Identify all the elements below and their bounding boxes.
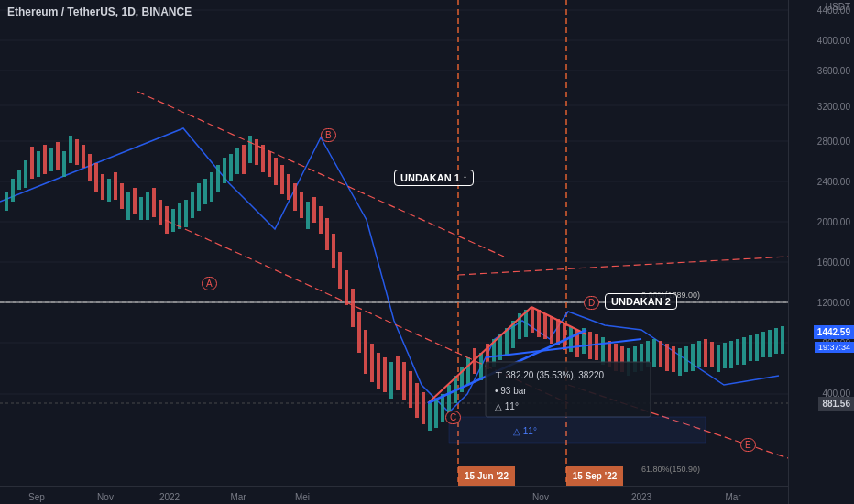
svg-rect-59	[280, 165, 284, 194]
price-axis: 4400.00 4000.00 3600.00 3200.00 2800.00 …	[788, 0, 854, 504]
svg-rect-40	[159, 200, 162, 225]
price-label-1200: 1200.00	[817, 298, 850, 308]
time-label-nov2: Nov	[532, 492, 549, 502]
wave-label-E: E	[740, 438, 756, 452]
svg-rect-130	[736, 339, 739, 365]
svg-rect-22	[43, 145, 47, 174]
svg-rect-53	[242, 145, 246, 174]
svg-rect-100	[543, 313, 547, 339]
svg-rect-136	[774, 328, 778, 354]
undakan-1-label: UNDAKAN 1 ↑	[394, 170, 474, 186]
svg-rect-109	[601, 337, 605, 365]
svg-rect-69	[345, 270, 348, 305]
svg-rect-33	[114, 172, 117, 200]
svg-rect-48	[210, 172, 214, 202]
svg-rect-54	[248, 136, 252, 163]
svg-rect-46	[197, 183, 201, 211]
svg-rect-135	[768, 330, 772, 357]
svg-rect-150	[449, 417, 706, 443]
svg-rect-119	[665, 344, 669, 371]
svg-rect-64	[312, 197, 316, 223]
currency-label: USDT	[826, 2, 850, 12]
svg-rect-39	[152, 188, 156, 217]
svg-rect-90	[479, 353, 483, 380]
chart-container: Ethereum / TetherUS, 1D, BINANCE	[0, 0, 854, 504]
svg-rect-43	[178, 203, 181, 229]
svg-rect-37	[139, 197, 143, 220]
svg-rect-103	[563, 323, 566, 350]
price-label-2800: 2800.00	[817, 137, 850, 147]
svg-rect-62	[300, 192, 303, 218]
svg-line-140	[458, 257, 788, 275]
svg-rect-123	[691, 344, 695, 371]
svg-rect-35	[126, 192, 130, 220]
svg-rect-70	[351, 289, 355, 327]
svg-rect-49	[216, 165, 220, 192]
svg-rect-60	[287, 174, 290, 200]
svg-rect-31	[101, 174, 104, 200]
svg-rect-102	[556, 319, 560, 345]
svg-rect-98	[531, 307, 534, 333]
svg-rect-128	[723, 343, 727, 368]
svg-rect-72	[364, 330, 367, 374]
svg-rect-77	[396, 356, 400, 390]
svg-rect-71	[357, 312, 361, 353]
svg-rect-32	[107, 179, 111, 202]
svg-rect-16	[5, 192, 8, 211]
svg-rect-55	[255, 139, 258, 165]
svg-rect-99	[537, 310, 541, 337]
chart-svg: ⊤ 382.20 (35.53%), 38220 • 93 bar △ 11° …	[0, 0, 788, 504]
svg-rect-38	[146, 192, 149, 220]
svg-rect-73	[370, 344, 374, 382]
svg-rect-17	[11, 179, 15, 202]
svg-rect-65	[319, 206, 323, 234]
date-highlight-jun: 15 Jun '22	[458, 466, 515, 486]
svg-text:61.80%(150.90): 61.80%(150.90)	[641, 465, 700, 474]
svg-rect-125	[704, 339, 707, 367]
svg-rect-129	[729, 341, 733, 368]
time-axis: Sep Nov 2022 Mar Mei Nov 2023 Mar	[0, 486, 788, 504]
time-label-sep: Sep	[28, 492, 45, 502]
price-label-4000: 4000.00	[817, 36, 850, 46]
svg-rect-52	[235, 148, 239, 174]
chart-title: Ethereum / TetherUS, 1D, BINANCE	[7, 5, 192, 18]
price-label-3600: 3600.00	[817, 66, 850, 76]
svg-rect-36	[133, 188, 137, 214]
svg-rect-88	[466, 357, 470, 385]
wave-label-A: A	[202, 277, 217, 290]
svg-rect-68	[338, 252, 342, 289]
time-label-2022: 2022	[159, 492, 180, 502]
time-label-nov: Nov	[97, 492, 114, 502]
svg-rect-83	[434, 399, 438, 428]
eth-time-badge: 19:37:34	[815, 342, 854, 353]
svg-rect-134	[761, 332, 765, 357]
svg-rect-81	[422, 392, 425, 424]
svg-rect-23	[49, 148, 53, 171]
svg-text:⊤ 382.20 (35.53%), 38220: ⊤ 382.20 (35.53%), 38220	[495, 370, 605, 380]
svg-rect-76	[389, 362, 393, 399]
svg-rect-42	[171, 209, 175, 232]
svg-rect-122	[684, 346, 688, 372]
price-label-1600: 1600.00	[817, 257, 850, 268]
eth-price-badge: 1442.59	[814, 325, 854, 339]
svg-rect-121	[678, 348, 682, 376]
svg-rect-21	[37, 151, 40, 177]
date-highlight-sep: 15 Sep '22	[566, 466, 623, 486]
svg-rect-80	[415, 383, 419, 418]
svg-rect-26	[69, 136, 72, 163]
svg-text:• 93 bar: • 93 bar	[495, 386, 527, 396]
svg-rect-124	[697, 341, 701, 367]
svg-rect-27	[75, 139, 79, 165]
svg-rect-133	[755, 334, 759, 361]
svg-rect-50	[223, 158, 226, 183]
svg-rect-28	[82, 145, 85, 168]
svg-rect-118	[659, 341, 662, 367]
time-label-mar: Mar	[230, 492, 246, 502]
svg-text:△ 11°: △ 11°	[495, 401, 519, 411]
svg-rect-117	[652, 339, 656, 367]
svg-rect-74	[377, 353, 380, 389]
svg-rect-63	[306, 202, 310, 229]
svg-rect-20	[30, 147, 34, 179]
svg-rect-44	[184, 200, 188, 227]
price-label-2400: 2400.00	[817, 177, 850, 187]
